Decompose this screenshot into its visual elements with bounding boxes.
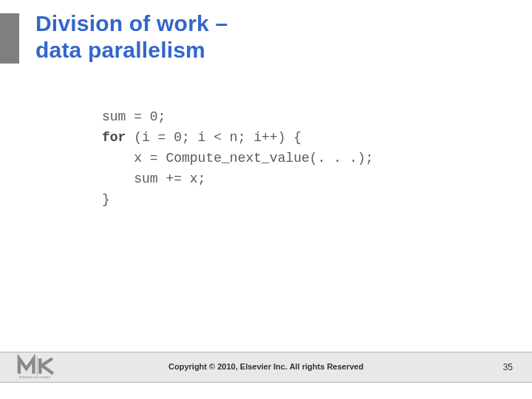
- code-line-1: sum = 0;: [102, 109, 166, 124]
- page-number: 35: [503, 362, 513, 372]
- slide: Division of work – data parallelism sum …: [0, 0, 532, 399]
- copyright-text: Copyright © 2010, Elsevier Inc. All righ…: [0, 362, 532, 371]
- code-block: sum = 0; for (i = 0; i < n; i++) { x = C…: [102, 107, 373, 210]
- keyword-for: for: [102, 130, 126, 145]
- code-line-2b: (i = 0; i < n; i++) {: [126, 130, 301, 145]
- title-line-2: data parallelism: [35, 37, 228, 64]
- accent-bar: [0, 13, 19, 64]
- code-line-4: sum += x;: [102, 171, 205, 186]
- slide-title: Division of work – data parallelism: [35, 10, 228, 64]
- divider-bottom: [0, 382, 532, 383]
- svg-text:MORGAN KAUFMANN: MORGAN KAUFMANN: [19, 376, 51, 379]
- code-line-3: x = Compute_next_value(. . .);: [102, 151, 373, 166]
- code-line-5: }: [102, 192, 110, 207]
- title-line-1: Division of work –: [35, 10, 228, 37]
